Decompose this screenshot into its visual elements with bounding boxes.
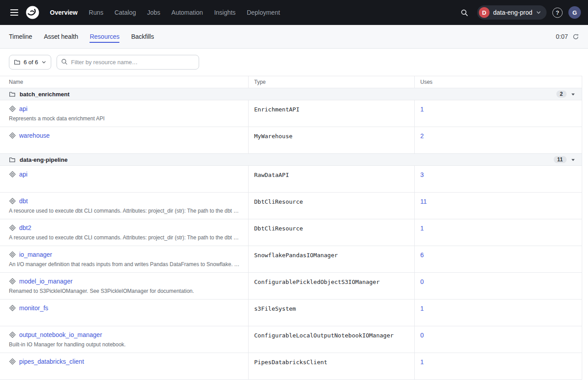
- nav-item-automation[interactable]: Automation: [172, 9, 203, 16]
- workspace-badge: D: [479, 7, 490, 18]
- dagster-logo-icon: [25, 5, 40, 20]
- group-count-badge: 11: [554, 156, 567, 163]
- resource-table-body: batch_enrichment 2 api Represents a mock…: [0, 88, 582, 380]
- resource-name-link[interactable]: dbt: [19, 197, 28, 205]
- resource-icon: [9, 171, 16, 178]
- hamburger-icon: [10, 9, 18, 16]
- nav-item-deployment[interactable]: Deployment: [247, 9, 280, 16]
- resource-type: MyWarehouse: [254, 133, 293, 140]
- resource-icon: [9, 358, 16, 365]
- resource-icon: [9, 224, 16, 231]
- workspace-name: data-eng-prod: [493, 9, 532, 16]
- chevron-down-icon: [536, 10, 541, 15]
- nav-item-jobs[interactable]: Jobs: [147, 9, 160, 16]
- column-header-name: Name: [0, 76, 248, 88]
- resource-row: api RawDataAPI 3: [0, 166, 582, 193]
- resource-name-link[interactable]: api: [19, 171, 28, 178]
- global-search-button[interactable]: [457, 5, 471, 20]
- resource-type: EnrichmentAPI: [254, 106, 300, 113]
- nav-item-catalog[interactable]: Catalog: [114, 9, 136, 16]
- resource-name-link[interactable]: model_io_manager: [19, 278, 73, 285]
- resource-name-link[interactable]: pipes_databricks_client: [19, 358, 84, 365]
- nav-item-runs[interactable]: Runs: [89, 9, 103, 16]
- resource-type: RawDataAPI: [254, 172, 289, 178]
- folder-icon: [9, 91, 16, 98]
- group-row[interactable]: data-eng-pipeline 11: [0, 154, 582, 166]
- group-row[interactable]: batch_enrichment 2: [0, 88, 582, 100]
- dagster-logo[interactable]: [25, 5, 40, 20]
- refresh-timer: 0:07: [556, 33, 568, 40]
- search-icon: [61, 58, 68, 65]
- resource-uses-link[interactable]: 6: [421, 251, 424, 259]
- help-button[interactable]: ?: [552, 8, 563, 18]
- resource-uses-link[interactable]: 1: [421, 305, 424, 312]
- resource-row: dbt2 A resource used to execute dbt CLI …: [0, 219, 582, 246]
- resource-type: DbtCliResource: [254, 198, 303, 205]
- tab-timeline[interactable]: Timeline: [9, 33, 32, 43]
- resource-description: A resource used to execute dbt CLI comma…: [9, 208, 241, 214]
- resource-icon: [9, 251, 16, 258]
- resource-uses-link[interactable]: 2: [421, 132, 424, 140]
- collapse-caret-icon[interactable]: [571, 157, 576, 162]
- refresh-icon[interactable]: [572, 33, 579, 40]
- resource-row: io_manager An I/O manager definition tha…: [0, 246, 582, 273]
- resource-row: warehouse MyWarehouse 2: [0, 127, 582, 154]
- resource-uses-link[interactable]: 11: [421, 198, 427, 205]
- resource-icon: [9, 105, 16, 112]
- nav-item-insights[interactable]: Insights: [214, 9, 236, 16]
- resource-description: Built-in IO Manager for handling output …: [9, 341, 241, 348]
- collapse-caret-icon[interactable]: [571, 92, 576, 97]
- resource-type: PipesDatabricksClient: [254, 359, 327, 366]
- tab-resources[interactable]: Resources: [90, 33, 119, 43]
- tab-asset-health[interactable]: Asset health: [44, 33, 78, 43]
- resource-search-input[interactable]: [57, 55, 199, 70]
- resource-name-link[interactable]: api: [19, 105, 28, 112]
- group-filter-label: 6 of 6: [24, 59, 38, 66]
- resource-uses-link[interactable]: 1: [421, 106, 424, 113]
- group-filter-dropdown[interactable]: 6 of 6: [9, 55, 51, 70]
- resource-type: SnowflakePandasIOManager: [254, 252, 338, 259]
- resource-search: [57, 55, 199, 70]
- overview-tab-bar: Timeline Asset health Resources Backfill…: [0, 25, 588, 49]
- resource-row: dbt A resource used to execute dbt CLI c…: [0, 193, 582, 219]
- resource-name-link[interactable]: dbt2: [19, 224, 31, 231]
- resource-icon: [9, 304, 16, 312]
- tab-backfills[interactable]: Backfills: [131, 33, 154, 43]
- group-name: data-eng-pipeline: [20, 156, 68, 163]
- resource-name-link[interactable]: output_notebook_io_manager: [19, 331, 102, 338]
- column-header-type: Type: [248, 76, 414, 88]
- resource-name-link[interactable]: io_manager: [19, 251, 52, 258]
- workspace-switcher[interactable]: D data-eng-prod: [477, 5, 547, 20]
- resource-type: s3FileSystem: [254, 305, 296, 312]
- resource-type: ConfigurablePickledObjectS3IOManager: [254, 279, 380, 285]
- resource-type: ConfigurableLocalOutputNotebookIOManager: [254, 332, 394, 339]
- group-name: batch_enrichment: [20, 91, 69, 98]
- resource-name-link[interactable]: monitor_fs: [19, 304, 48, 312]
- resources-table: Name Type Uses batch_enrichment 2: [0, 76, 588, 380]
- resource-uses-link[interactable]: 1: [421, 225, 424, 232]
- group-count-badge: 2: [556, 90, 567, 98]
- question-icon: ?: [556, 9, 559, 16]
- resource-description: Represents a mock data enrichment API: [9, 115, 241, 122]
- nav-item-overview[interactable]: Overview: [50, 9, 78, 16]
- resource-row: api Represents a mock data enrichment AP…: [0, 100, 582, 127]
- filter-row: 6 of 6: [0, 49, 588, 70]
- resource-uses-link[interactable]: 0: [421, 278, 424, 285]
- top-nav: Overview Runs Catalog Jobs Automation In…: [0, 0, 588, 25]
- column-header-uses: Uses: [414, 76, 582, 88]
- resource-uses-link[interactable]: 1: [421, 358, 424, 366]
- resource-uses-link[interactable]: 3: [421, 171, 424, 178]
- resource-row: model_io_manager Renamed to S3PickleIOMa…: [0, 273, 582, 300]
- resource-icon: [9, 331, 16, 338]
- resource-description: Renamed to S3PickleIOManager. See S3Pick…: [9, 288, 241, 294]
- folder-icon: [9, 156, 16, 163]
- resource-type: DbtCliResource: [254, 225, 303, 232]
- folder-icon: [14, 59, 20, 66]
- resource-icon: [9, 197, 16, 205]
- resource-row: monitor_fs s3FileSystem 1: [0, 300, 582, 326]
- resource-name-link[interactable]: warehouse: [19, 132, 50, 139]
- resource-uses-link[interactable]: 0: [421, 332, 424, 339]
- user-avatar[interactable]: G: [568, 6, 581, 19]
- resource-row: output_notebook_io_manager Built-in IO M…: [0, 326, 582, 353]
- hamburger-menu-button[interactable]: [7, 5, 21, 20]
